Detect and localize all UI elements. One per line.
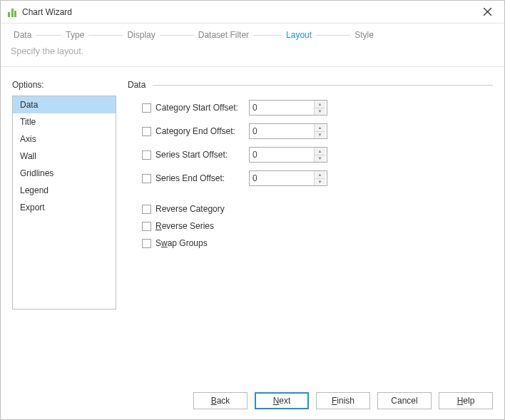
- step-separator: [36, 35, 61, 36]
- spinner-series-start-offset: ▲ ▼: [249, 147, 327, 163]
- checkbox-swap-groups[interactable]: [142, 239, 151, 248]
- chart-wizard-dialog: Chart Wizard Data Type Display Dataset F…: [0, 0, 505, 420]
- options-list[interactable]: Data Title Axis Wall Gridlines Legend Ex…: [12, 96, 116, 309]
- label-series-start-offset[interactable]: Series Start Offset:: [142, 150, 249, 160]
- input-category-end-offset[interactable]: [250, 124, 314, 138]
- options-item-title[interactable]: Title: [13, 113, 116, 130]
- spinner-up-icon[interactable]: ▲: [315, 101, 325, 108]
- spinner-arrows: ▲ ▼: [314, 148, 325, 162]
- step-data[interactable]: Data: [11, 30, 34, 40]
- options-label: Options:: [12, 80, 116, 90]
- options-item-legend[interactable]: Legend: [13, 182, 116, 199]
- options-item-wall[interactable]: Wall: [13, 148, 116, 165]
- spinner-down-icon[interactable]: ▼: [315, 108, 325, 116]
- step-display[interactable]: Display: [124, 30, 158, 40]
- spinner-down-icon[interactable]: ▼: [315, 132, 325, 139]
- titlebar: Chart Wizard: [1, 1, 504, 24]
- step-dataset-filter[interactable]: Dataset Filter: [195, 30, 252, 40]
- step-layout[interactable]: Layout: [283, 30, 315, 40]
- step-separator: [253, 35, 282, 36]
- next-button[interactable]: Next: [255, 392, 309, 409]
- options-item-data[interactable]: Data: [13, 96, 116, 113]
- section-title: Data: [128, 80, 146, 90]
- bar-chart-icon: [8, 7, 16, 17]
- row-category-end-offset: Category End Offset: ▲ ▼: [128, 123, 493, 139]
- spinner-series-end-offset: ▲ ▼: [249, 170, 327, 186]
- label-text: Category Start Offset:: [155, 103, 238, 113]
- row-series-end-offset: Series End Offset: ▲ ▼: [128, 170, 493, 186]
- checkbox-category-end-offset[interactable]: [142, 127, 151, 136]
- spinner-arrows: ▲ ▼: [314, 171, 325, 185]
- spinner-up-icon[interactable]: ▲: [315, 148, 325, 155]
- finish-button[interactable]: Finish: [316, 392, 370, 409]
- step-separator: [160, 35, 194, 36]
- spinner-up-icon[interactable]: ▲: [315, 124, 325, 132]
- spinner-category-end-offset: ▲ ▼: [249, 123, 327, 139]
- checkbox-reverse-category[interactable]: [142, 205, 151, 214]
- step-separator: [88, 35, 123, 36]
- row-swap-groups[interactable]: Swap Groups: [128, 238, 493, 248]
- checkbox-series-end-offset[interactable]: [142, 174, 151, 183]
- spinner-arrows: ▲ ▼: [314, 124, 325, 138]
- label-swap-groups: Swap Groups: [155, 238, 208, 248]
- step-style[interactable]: Style: [352, 30, 377, 40]
- spinner-down-icon[interactable]: ▼: [315, 155, 325, 163]
- input-series-start-offset[interactable]: [250, 148, 314, 162]
- label-category-start-offset[interactable]: Category Start Offset:: [142, 103, 249, 113]
- help-button[interactable]: Help: [439, 392, 493, 409]
- spinner-arrows: ▲ ▼: [314, 101, 325, 115]
- dialog-title: Chart Wizard: [22, 7, 72, 17]
- input-category-start-offset[interactable]: [250, 101, 314, 115]
- step-type[interactable]: Type: [63, 30, 87, 40]
- label-reverse-series: Reverse Series: [155, 221, 214, 231]
- row-reverse-category[interactable]: Reverse Category: [128, 204, 493, 214]
- options-item-gridlines[interactable]: Gridlines: [13, 165, 116, 182]
- section-line: [153, 85, 493, 86]
- row-series-start-offset: Series Start Offset: ▲ ▼: [128, 147, 493, 163]
- row-category-start-offset: Category Start Offset: ▲ ▼: [128, 100, 493, 116]
- spinner-up-icon[interactable]: ▲: [315, 171, 325, 179]
- back-button[interactable]: Back: [193, 392, 248, 409]
- row-reverse-series[interactable]: Reverse Series: [128, 221, 493, 231]
- label-text: Series Start Offset:: [155, 150, 228, 160]
- label-series-end-offset[interactable]: Series End Offset:: [142, 173, 249, 183]
- label-reverse-category: Reverse Category: [155, 204, 225, 214]
- spinner-down-icon[interactable]: ▼: [315, 179, 325, 186]
- spinner-category-start-offset: ▲ ▼: [249, 100, 327, 116]
- wizard-subtitle: Specify the layout.: [1, 46, 504, 66]
- options-item-export[interactable]: Export: [13, 199, 116, 216]
- step-separator: [316, 35, 350, 36]
- section-header: Data: [128, 80, 493, 90]
- options-item-axis[interactable]: Axis: [13, 130, 116, 148]
- options-column: Options: Data Title Axis Wall Gridlines …: [12, 80, 116, 378]
- body-area: Options: Data Title Axis Wall Gridlines …: [1, 67, 504, 385]
- label-text: Category End Offset:: [155, 126, 235, 136]
- checkbox-series-start-offset[interactable]: [142, 150, 151, 160]
- label-text: Series End Offset:: [155, 173, 225, 183]
- checkbox-category-start-offset[interactable]: [142, 103, 151, 113]
- label-category-end-offset[interactable]: Category End Offset:: [142, 126, 249, 136]
- close-button[interactable]: [477, 2, 497, 22]
- content-column: Data Category Start Offset: ▲ ▼: [128, 80, 493, 378]
- wizard-steps: Data Type Display Dataset Filter Layout …: [1, 24, 504, 46]
- button-bar: Back Next Finish Cancel Help: [1, 385, 504, 419]
- cancel-button[interactable]: Cancel: [377, 392, 432, 409]
- input-series-end-offset[interactable]: [250, 171, 314, 185]
- checkbox-reverse-series[interactable]: [142, 222, 151, 231]
